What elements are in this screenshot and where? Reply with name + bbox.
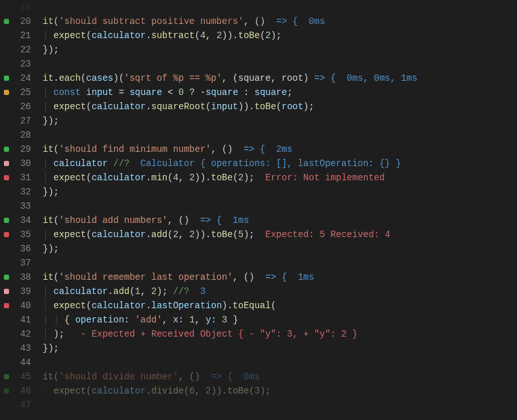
gutter-status-fail-icon [4,232,9,237]
gutter-status-info-icon [4,161,9,166]
gutter-status-pass-icon [4,19,9,24]
code-content[interactable]: it('should find minimum number', () => {… [43,142,517,156]
timing-annotation: 1ms [298,272,314,282]
code-line[interactable]: 44 [0,355,517,370]
code-line[interactable]: 46 │ expect(calculator.divide(6, 2)).toB… [0,384,517,398]
code-line[interactable]: 37 [0,256,517,270]
code-content[interactable]: }); [43,185,517,199]
line-number: 41 [12,313,31,327]
code-content[interactable]: │ calculator //? Calculator { operations… [43,156,517,171]
gutter-marker [4,403,9,408]
error-annotation: Error: Not implemented [266,173,385,183]
code-line[interactable]: 43 }); [0,341,517,355]
gutter-marker [4,331,9,337]
line-number: 32 [12,185,31,199]
line-number: 46 [12,384,31,398]
code-content[interactable]: }); [43,242,517,256]
gutter-status-pass-icon [4,388,9,394]
timing-annotation: 0ms [244,372,260,382]
code-line[interactable]: 42 │ ); - Expected + Received Object { -… [0,327,517,341]
code-line[interactable]: 47 [0,398,517,412]
code-line[interactable]: 32 }); [0,185,517,199]
code-line[interactable]: 35 │ expect(calculator.add(2, 2)).toBe(5… [0,227,517,242]
line-number: 23 [12,57,31,71]
code-content[interactable]: │ expect(calculator.squareRoot(input)).t… [43,100,517,114]
code-line[interactable]: 22 }); [0,43,517,57]
line-number: 29 [12,142,31,156]
code-content[interactable]: it('should remember last operation', () … [43,270,517,284]
code-line[interactable]: 41 │ │ { operation: 'add', x: 1, y: 3 } [0,313,517,327]
code-content[interactable]: │ expect(calculator.min(4, 2)).toBe(2); … [43,171,517,185]
code-line[interactable]: 19 [0,0,517,14]
line-number: 22 [12,43,31,57]
code-line[interactable]: 24 it.each(cases)('sqrt of %p == %p', (s… [0,71,517,85]
code-line[interactable]: 39 │ calculator.add(1, 2); //? 3 [0,284,517,299]
code-content[interactable]: it('should divide number', () => { 0ms [43,370,517,384]
code-content[interactable]: it.each(cases)('sqrt of %p == %p', (squa… [43,71,517,85]
gutter-marker [4,33,9,38]
gutter-status-pass-icon [4,374,9,379]
line-number: 27 [12,114,31,128]
code-line[interactable]: 30 │ calculator //? Calculator { operati… [0,156,517,171]
code-line[interactable]: 26 │ expect(calculator.squareRoot(input)… [0,100,517,114]
code-line[interactable]: 34 it('should add numbers', () => { 1ms [0,213,517,227]
error-annotation: Expected: 5 Received: 4 [266,229,390,240]
code-content[interactable]: │ expect(calculator.divide(6, 2)).toBe(3… [43,384,517,398]
code-content[interactable]: │ expect(calculator.add(2, 2)).toBe(5); … [43,227,517,242]
line-number: 47 [12,398,31,412]
code-content[interactable]: │ expect(calculator.subtract(4, 2)).toBe… [43,28,517,43]
gutter-status-fail-icon [4,175,9,180]
code-line[interactable]: 29 it('should find minimum number', () =… [0,142,517,156]
line-number: 40 [12,299,31,313]
line-number: 24 [12,71,31,85]
code-content[interactable]: }); [43,341,517,355]
code-editor[interactable]: 19 20 it('should subtract positive numbe… [0,0,517,420]
timing-annotation: 1ms [233,215,249,226]
code-line[interactable]: 20 it('should subtract positive numbers'… [0,14,517,28]
line-number: 45 [12,370,31,384]
line-number: 42 [12,327,31,341]
gutter-status-pass-icon [4,147,9,152]
line-number: 33 [12,199,31,213]
gutter-status-pass-icon [4,218,9,223]
line-number: 20 [12,14,31,28]
code-line[interactable]: 36 }); [0,242,517,256]
code-line[interactable]: 25 │ const input = square < 0 ? -square … [0,85,517,100]
code-content[interactable]: │ │ { operation: 'add', x: 1, y: 3 } [43,313,517,327]
gutter-marker [4,346,9,351]
gutter-marker [4,360,9,365]
gutter-marker [4,189,9,194]
code-line[interactable]: 45 it('should divide number', () => { 0m… [0,370,517,384]
code-content[interactable]: it('should add numbers', () => { 1ms [43,213,517,227]
code-content[interactable]: │ expect(calculator.lastOperation).toEqu… [43,299,517,313]
gutter-marker [4,61,9,67]
gutter-marker [4,47,9,52]
timing-annotation: 2ms [276,144,292,154]
line-number: 31 [12,171,31,185]
code-line[interactable]: 27 }); [0,114,517,128]
code-line[interactable]: 31 │ expect(calculator.min(4, 2)).toBe(2… [0,171,517,185]
code-line[interactable]: 23 [0,57,517,71]
code-content[interactable]: }); [43,114,517,128]
code-line[interactable]: 28 [0,128,517,142]
code-line[interactable]: 38 it('should remember last operation', … [0,270,517,284]
gutter-marker [4,118,9,123]
code-content[interactable]: it('should subtract positive numbers', (… [43,14,517,28]
code-line[interactable]: 40 │ expect(calculator.lastOperation).to… [0,299,517,313]
code-content[interactable]: }); [43,43,517,57]
gutter-marker [4,317,9,322]
line-number: 26 [12,100,31,114]
code-content[interactable]: │ const input = square < 0 ? -square : s… [43,85,517,100]
code-content[interactable]: │ calculator.add(1, 2); //? 3 [43,284,517,299]
gutter-status-pass-icon [4,275,9,280]
gutter-marker [4,5,9,10]
quokka-value-annotation: 3 [200,286,206,297]
gutter-status-warn-icon [4,90,9,95]
line-number: 34 [12,213,31,227]
code-line[interactable]: 33 [0,199,517,213]
timing-annotation: 0ms [309,16,325,26]
code-line[interactable]: 21 │ expect(calculator.subtract(4, 2)).t… [0,28,517,43]
line-number: 21 [12,28,31,43]
gutter-marker [4,132,9,138]
code-content[interactable]: │ ); - Expected + Received Object { - "y… [43,327,517,341]
